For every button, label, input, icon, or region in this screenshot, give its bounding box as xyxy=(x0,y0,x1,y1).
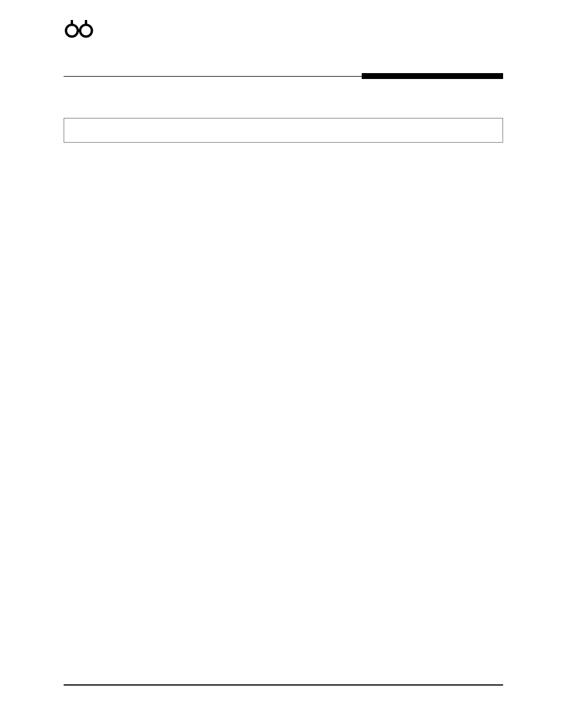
svg-point-0 xyxy=(66,25,78,37)
brand-logo xyxy=(64,20,94,41)
figure-frame xyxy=(64,118,503,143)
page-footer xyxy=(64,684,503,689)
svg-point-1 xyxy=(80,25,92,37)
header-rule xyxy=(64,73,503,79)
